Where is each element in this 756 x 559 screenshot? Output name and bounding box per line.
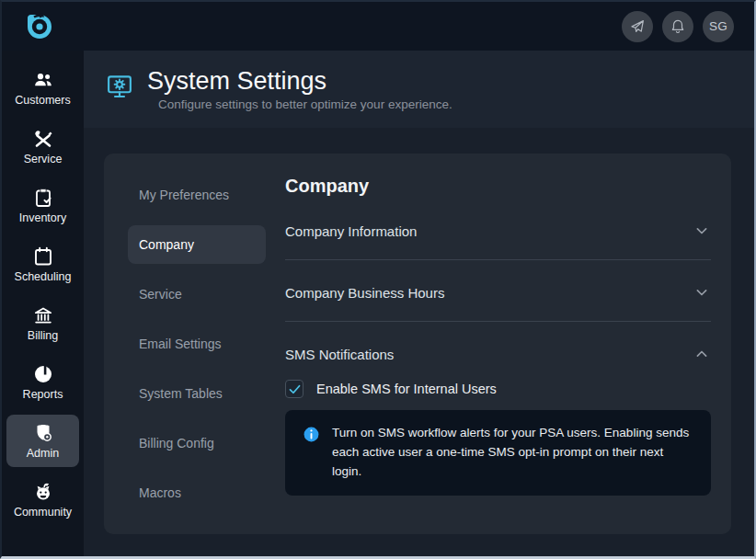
section-label: SMS Notifications (285, 347, 394, 362)
settings-nav-my-preferences[interactable]: My Preferences (128, 176, 266, 214)
system-settings-icon (106, 73, 133, 100)
settings-nav-label: Email Settings (139, 337, 221, 351)
billing-icon (32, 304, 54, 326)
bell-icon (670, 18, 686, 35)
enable-sms-label: Enable SMS for Internal Users (316, 382, 497, 396)
topbar: SG (2, 2, 754, 51)
sidebar-item-label: Inventory (19, 211, 66, 224)
chevron-down-icon (693, 222, 711, 240)
section-company-information[interactable]: Company Information (285, 219, 711, 243)
settings-nav-label: System Tables (139, 386, 223, 401)
page-header: System Settings Configure settings to be… (84, 51, 754, 128)
sidebar-item-scheduling[interactable]: Scheduling (6, 238, 79, 291)
checkmark-icon (288, 382, 302, 396)
sidebar-item-inventory[interactable]: Inventory (6, 179, 79, 232)
sidebar-item-label: Service (24, 153, 63, 165)
inventory-icon (32, 187, 54, 209)
sidebar-item-community[interactable]: Community (6, 473, 79, 526)
scheduling-icon (32, 245, 54, 268)
settings-nav: My Preferences Company Service Email Set… (104, 154, 285, 534)
sidebar-item-admin[interactable]: Admin (6, 415, 79, 467)
app-window: SG Customers (0, 0, 756, 559)
sidebar-item-customers[interactable]: Customers (6, 62, 79, 114)
enable-sms-checkbox[interactable] (285, 380, 304, 398)
content-background: My Preferences Company Service Email Set… (84, 128, 754, 556)
section-divider (285, 259, 711, 260)
settings-section-title: Company (285, 176, 711, 197)
settings-card: My Preferences Company Service Email Set… (104, 154, 731, 534)
sidebar-item-reports[interactable]: Reports (6, 356, 79, 408)
section-label: Company Business Hours (285, 285, 444, 301)
settings-nav-label: Service (139, 287, 182, 302)
settings-nav-label: Macros (139, 485, 181, 500)
sidebar-item-label: Billing (28, 329, 58, 342)
community-icon (32, 481, 54, 503)
notifications-button[interactable] (662, 11, 693, 42)
sms-info-text: Turn on SMS workflow alerts for your PSA… (332, 424, 693, 482)
settings-content: Company Company Information Company Busi… (285, 154, 731, 534)
main-sidebar: Customers Service Inventory (2, 51, 84, 556)
sidebar-item-label: Scheduling (15, 270, 72, 283)
customers-icon (32, 69, 54, 91)
enable-sms-checkbox-row[interactable]: Enable SMS for Internal Users (285, 380, 711, 398)
sidebar-item-label: Customers (15, 94, 70, 107)
section-label: Company Information (285, 223, 417, 239)
topbar-actions: SG (622, 11, 734, 42)
app-logo[interactable] (24, 11, 55, 42)
chevron-down-icon (693, 283, 711, 302)
settings-nav-email-settings[interactable]: Email Settings (128, 325, 266, 363)
page-header-text: System Settings Configure settings to be… (147, 67, 452, 111)
app-shell: Customers Service Inventory (2, 51, 754, 556)
user-avatar[interactable]: SG (703, 11, 734, 42)
settings-nav-system-tables[interactable]: System Tables (128, 374, 266, 413)
info-icon (303, 426, 320, 443)
send-button[interactable] (622, 11, 653, 42)
section-company-business-hours[interactable]: Company Business Hours (285, 280, 711, 304)
section-sms-notifications[interactable]: SMS Notifications (285, 342, 711, 366)
sidebar-item-label: Admin (27, 447, 59, 460)
admin-icon (32, 422, 54, 444)
settings-nav-billing-config[interactable]: Billing Config (128, 424, 266, 462)
send-icon (629, 18, 646, 35)
main-area: System Settings Configure settings to be… (84, 51, 754, 556)
settings-nav-label: Billing Config (139, 436, 214, 451)
page-header-title: System Settings (147, 67, 452, 96)
sidebar-item-label: Community (14, 506, 72, 519)
sms-info-box: Turn on SMS workflow alerts for your PSA… (285, 410, 711, 496)
sidebar-item-billing[interactable]: Billing (6, 297, 79, 349)
avatar-initials: SG (709, 19, 727, 33)
settings-nav-macros[interactable]: Macros (128, 473, 266, 512)
settings-nav-label: My Preferences (139, 188, 229, 202)
page-header-subtitle: Configure settings to better optimize yo… (158, 97, 452, 111)
settings-nav-company[interactable]: Company (128, 225, 266, 264)
logo-icon (24, 11, 55, 42)
settings-nav-service[interactable]: Service (128, 275, 266, 314)
chevron-up-icon (693, 345, 711, 363)
reports-icon (32, 363, 54, 385)
section-divider (285, 321, 711, 322)
service-icon (32, 128, 54, 150)
sidebar-item-label: Reports (23, 388, 63, 401)
settings-nav-label: Company (139, 237, 194, 252)
sidebar-item-service[interactable]: Service (6, 120, 79, 173)
